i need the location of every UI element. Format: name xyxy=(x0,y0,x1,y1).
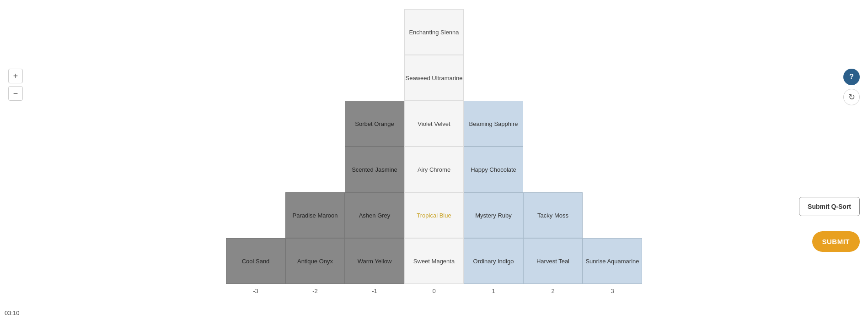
column-label: -3 xyxy=(226,286,285,296)
empty-cell xyxy=(285,101,345,147)
card-cell[interactable]: Paradise Maroon xyxy=(285,192,345,238)
card-cell[interactable]: Ordinary Indigo xyxy=(464,238,523,284)
empty-cell xyxy=(345,9,404,55)
right-controls: ? ↻ xyxy=(843,69,860,105)
card-cell[interactable]: Tacky Moss xyxy=(523,192,583,238)
column-labels-row: -3-2-10123 xyxy=(226,286,642,296)
card-cell[interactable]: Antique Onyx xyxy=(285,238,345,284)
grid-row: Seaweed Ultramarine xyxy=(226,55,642,101)
card-cell[interactable]: Enchanting Sienna xyxy=(404,9,464,55)
empty-cell xyxy=(226,147,285,192)
card-cell[interactable]: Seaweed Ultramarine xyxy=(404,55,464,101)
card-cell[interactable]: Sunrise Aquamarine xyxy=(583,238,642,284)
empty-cell xyxy=(523,55,583,101)
qsort-grid-container: Enchanting SiennaSeaweed UltramarineSorb… xyxy=(226,9,642,296)
empty-cell xyxy=(583,147,642,192)
zoom-controls: + − xyxy=(8,69,23,101)
card-cell[interactable]: Scented Jasmine xyxy=(345,147,404,192)
empty-cell xyxy=(583,9,642,55)
empty-cell xyxy=(285,55,345,101)
column-label: 0 xyxy=(404,286,464,296)
empty-cell xyxy=(523,101,583,147)
card-cell[interactable]: Cool Sand xyxy=(226,238,285,284)
empty-cell xyxy=(345,55,404,101)
empty-cell xyxy=(285,9,345,55)
column-label: 1 xyxy=(464,286,523,296)
card-cell[interactable]: Violet Velvet xyxy=(404,101,464,147)
empty-cell xyxy=(226,101,285,147)
card-cell[interactable]: Sorbet Orange xyxy=(345,101,404,147)
help-button[interactable]: ? xyxy=(843,69,860,85)
card-cell[interactable]: Beaming Sapphire xyxy=(464,101,523,147)
card-cell[interactable]: Tropical Blue xyxy=(404,192,464,238)
grid-row: Sorbet OrangeViolet VelvetBeaming Sapphi… xyxy=(226,101,642,147)
empty-cell xyxy=(523,147,583,192)
empty-cell xyxy=(583,192,642,238)
empty-cell xyxy=(226,192,285,238)
grid-row: Cool SandAntique OnyxWarm YellowSweet Ma… xyxy=(226,238,642,284)
empty-cell xyxy=(226,55,285,101)
empty-cell xyxy=(226,9,285,55)
grid-row: Enchanting Sienna xyxy=(226,9,642,55)
grid-row: Scented JasmineAiry ChromeHappy Chocolat… xyxy=(226,147,642,192)
card-cell[interactable]: Airy Chrome xyxy=(404,147,464,192)
zoom-in-button[interactable]: + xyxy=(8,69,23,83)
empty-cell xyxy=(583,101,642,147)
card-cell[interactable]: Ashen Grey xyxy=(345,192,404,238)
empty-cell xyxy=(285,147,345,192)
card-cell[interactable]: Sweet Magenta xyxy=(404,238,464,284)
grid-row: Paradise MaroonAshen GreyTropical BlueMy… xyxy=(226,192,642,238)
zoom-out-button[interactable]: − xyxy=(8,86,23,101)
submit-qsort-button[interactable]: Submit Q-Sort xyxy=(799,197,860,216)
empty-cell xyxy=(464,9,523,55)
empty-cell xyxy=(523,9,583,55)
submit-final-button[interactable]: SUBMIT xyxy=(812,231,860,252)
empty-cell xyxy=(464,55,523,101)
card-cell[interactable]: Harvest Teal xyxy=(523,238,583,284)
empty-cell xyxy=(583,55,642,101)
timer: 03:10 xyxy=(5,310,20,316)
card-cell[interactable]: Warm Yellow xyxy=(345,238,404,284)
refresh-button[interactable]: ↻ xyxy=(843,89,860,105)
card-cell[interactable]: Happy Chocolate xyxy=(464,147,523,192)
column-label: -1 xyxy=(345,286,404,296)
column-label: 2 xyxy=(523,286,583,296)
column-label: -2 xyxy=(285,286,345,296)
card-cell[interactable]: Mystery Ruby xyxy=(464,192,523,238)
column-label: 3 xyxy=(583,286,642,296)
